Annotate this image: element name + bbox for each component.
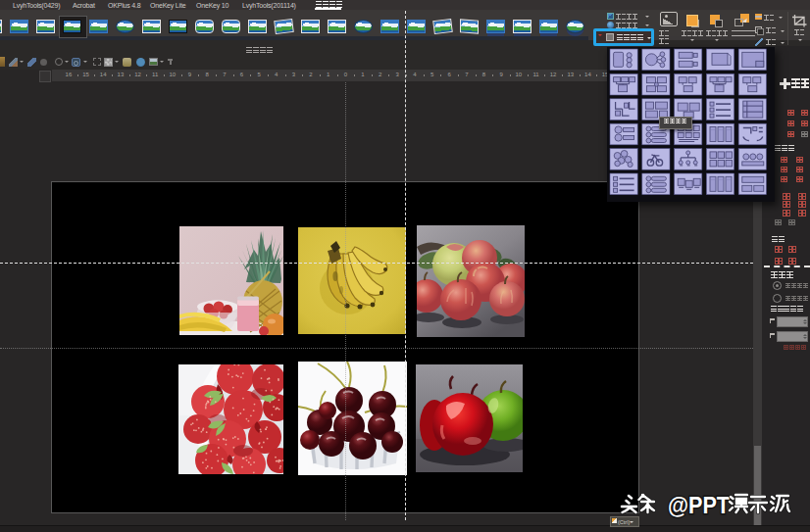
svg-text:@PPT: @PPT	[668, 492, 730, 518]
